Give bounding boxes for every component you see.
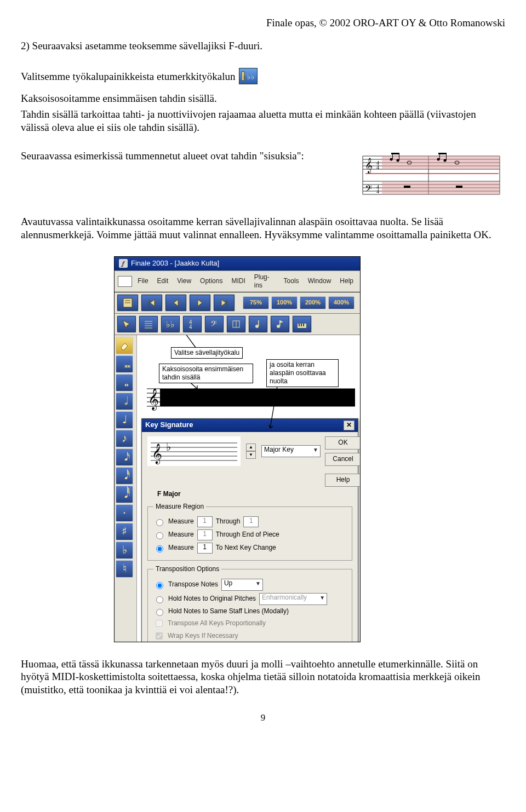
measure-radio-1[interactable] [156,519,163,526]
menu-midi[interactable]: MIDI [228,276,248,286]
simple-entry-palette: 𝅜 𝅝 𝅗𝅥 ♩ ♪ 𝅘𝅥𝅯 𝅘𝅥𝅰 𝅘𝅥𝅱 · ♯ ♭ ♮ [115,335,137,642]
nav-prev-icon[interactable] [165,294,187,312]
eighth-note-icon[interactable]: ♪ [116,430,133,447]
measure-label-3: Measure [168,544,194,552]
menu-help[interactable]: Help [336,276,357,286]
callout-1: Valitse sävellajityökalu [171,347,243,359]
zoom-75[interactable]: 75% [243,296,269,309]
menu-file[interactable]: File [134,276,151,286]
svg-text:♭: ♭ [242,73,246,81]
menu-options[interactable]: Options [197,276,226,286]
measure-region-legend: Measure Region [153,503,206,511]
key-spinner-up[interactable]: ▲ [246,444,256,451]
sharp-icon[interactable]: ♯ [116,523,133,540]
nav-first-icon[interactable] [141,294,163,312]
key-signature-dialog: Key Signature ✕ [141,418,358,642]
titlebar-text: Finale 2003 - [Jaakko Kulta] [131,259,219,268]
help-button[interactable]: Help [325,474,361,487]
simple-entry-tool-icon[interactable] [248,315,268,333]
staff-tool-icon[interactable] [139,315,158,333]
through-label: Through [216,517,241,526]
natural-icon[interactable]: ♮ [116,560,133,578]
paragraph-3: Kaksoisosoitamme ensimmäisen tahdin sisä… [21,92,505,105]
dot-icon[interactable]: · [116,504,133,522]
key-spinner: ▲ ▼ [246,444,256,459]
menu-tools[interactable]: Tools [281,276,302,286]
key-preview-staff: 𝄞 ♭ [147,436,241,466]
transpose-direction-select[interactable]: Up [221,579,263,591]
through-end-label: Through End of Piece [216,531,279,539]
finale-app-icon: 𝆑 [119,259,128,268]
enharmonic-select: Enharmonically [259,593,327,605]
key-signature-tool-icon: ♭ ♭♭ [239,68,258,84]
svg-point-28 [397,159,399,162]
ok-button[interactable]: OK [325,436,361,450]
sixteenth-note-icon[interactable]: 𝅘𝅥𝅯 [116,448,133,466]
toolbar-row-2: ♭♭ 44 𝄢 [114,314,361,335]
double-whole-note-icon[interactable]: 𝅜 [116,355,133,373]
transpose-radio-2[interactable] [156,596,163,603]
key-spinner-down[interactable]: ▼ [246,451,256,459]
svg-rect-39 [456,186,462,188]
dialog-close-button[interactable]: ✕ [344,421,355,430]
svg-rect-54 [258,320,259,326]
callout-3: ja osoita kerran alaspäin osoittavaa nuo… [266,359,339,387]
score-canvas[interactable]: 𝄞 Valitse sävellajityökalu Kaksoisosoita… [137,335,360,642]
svg-text:♭: ♭ [166,441,171,453]
menu-plugins[interactable]: Plug-ins [251,272,278,291]
measure-to-1: 1 [243,516,259,527]
time-signature-tool-icon[interactable]: 44 [182,315,202,333]
transpose-radio-3[interactable] [156,609,163,616]
workarea: 𝅜 𝅝 𝅗𝅥 ♩ ♪ 𝅘𝅥𝅯 𝅘𝅥𝅰 𝅘𝅥𝅱 · ♯ ♭ ♮ [114,335,361,642]
measure-from-3[interactable]: 1 [197,543,213,554]
eraser-icon[interactable] [116,337,133,354]
menu-view[interactable]: View [174,276,195,286]
menubar: File Edit View Options MIDI Plug-ins Too… [114,270,361,292]
half-note-icon[interactable]: 𝅗𝅥 [116,393,133,410]
svg-text:𝄢: 𝄢 [210,319,217,330]
thirtysecond-note-icon[interactable]: 𝅘𝅥𝅰 [116,467,133,485]
transpose-all-checkbox [156,620,163,627]
zoom-200[interactable]: 200% [300,296,326,309]
measure-tool-icon[interactable] [226,315,246,333]
sixtyfourth-note-icon[interactable]: 𝅘𝅥𝅱 [116,486,133,503]
quarter-note-icon[interactable]: ♩ [116,411,133,429]
svg-text:4: 4 [189,324,192,330]
hyperscribe-tool-icon[interactable] [292,315,312,333]
svg-text:4: 4 [376,188,379,194]
transpose-radio-1[interactable] [156,582,163,589]
clef-tool-icon[interactable]: 𝄢 [204,315,224,333]
page-view-icon[interactable] [117,294,139,312]
dialog-titlebar: Key Signature ✕ [142,419,358,432]
key-type-select[interactable]: Major Key [261,445,321,457]
selection-tool-icon[interactable] [117,315,136,333]
svg-point-26 [390,158,393,160]
whole-note-icon[interactable]: 𝅝 [116,374,133,391]
menu-edit[interactable]: Edit [154,276,172,286]
nav-last-icon[interactable] [213,294,235,312]
paragraph-4: Tahdin sisällä tarkoittaa tahti- ja nuot… [21,108,505,134]
svg-text:𝄞: 𝄞 [152,444,162,465]
transpose-all-label: Transpose All Keys Proportionally [168,619,266,627]
paragraph-5: Seuraavassa esimerkissä tummennetut alue… [21,149,351,163]
svg-text:♭♭: ♭♭ [247,73,255,81]
measure-radio-2[interactable] [156,532,163,539]
svg-rect-30 [391,153,399,154]
measure-from-1: 1 [197,516,213,527]
measure-label-2: Measure [168,531,194,539]
speedy-entry-tool-icon[interactable] [270,315,290,333]
menu-window[interactable]: Window [305,276,335,286]
cancel-button[interactable]: Cancel [325,453,361,466]
transpose-label-3: Hold Notes to Same Staff Lines (Modally) [168,607,289,615]
nav-next-icon[interactable] [189,294,211,312]
transpose-label-1: Transpose Notes [168,580,218,589]
key-signature-tool-icon-tb[interactable]: ♭♭ [161,315,180,333]
flat-icon[interactable]: ♭ [116,542,133,559]
zoom-100[interactable]: 100% [271,296,298,309]
paragraph-6: Avautuvassa valintaikkunassa osoitamme k… [21,215,505,241]
svg-rect-16 [382,156,428,169]
zoom-400[interactable]: 400% [328,296,355,309]
to-next-label: To Next Key Change [216,544,276,552]
measure-radio-3[interactable] [156,545,163,552]
svg-text:4: 4 [376,164,379,170]
